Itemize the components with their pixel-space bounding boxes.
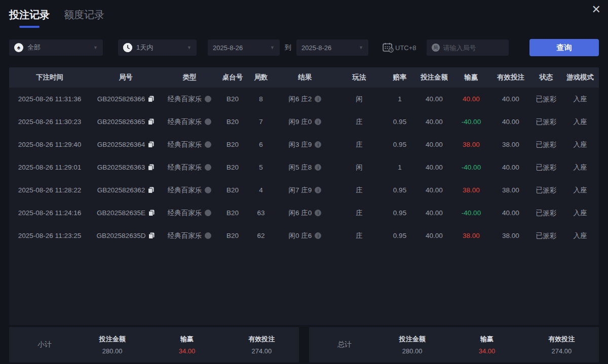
- cell-valid-bet: 38.00: [490, 141, 531, 148]
- cell-win-loss: 38.00: [452, 186, 490, 194]
- cell-odds: 1: [383, 95, 416, 103]
- query-button[interactable]: 查询: [529, 39, 599, 56]
- cell-game-mode: 入座: [561, 163, 599, 172]
- cell-bet-amount: 40.00: [416, 118, 452, 126]
- cell-status: 已派彩: [531, 163, 561, 172]
- tab-bet-records[interactable]: 投注记录: [9, 8, 50, 28]
- cell-status: 已派彩: [531, 231, 561, 240]
- copy-icon[interactable]: [148, 210, 155, 216]
- cell-game-type: 经典百家乐: [161, 186, 218, 195]
- chevron-down-icon: ▼: [359, 45, 363, 50]
- round-search-field[interactable]: 局: [427, 39, 509, 56]
- info-icon[interactable]: i: [315, 141, 321, 148]
- copy-icon[interactable]: [148, 187, 154, 193]
- cell-round-count: 5: [247, 164, 275, 171]
- copy-icon[interactable]: [148, 164, 154, 171]
- date-to-select[interactable]: 2025-8-26 ▼: [296, 39, 368, 56]
- table-header-row: 下注时间局号类型桌台号局数结果玩法赔率投注金额输赢有效投注状态游戏模式: [9, 67, 599, 88]
- cell-win-loss: 38.00: [452, 232, 490, 239]
- cell-play: 庄: [335, 209, 383, 218]
- cell-game-mode: 入座: [561, 140, 599, 149]
- subtotal-bet-amount: 投注金额 280.00: [75, 335, 149, 355]
- cell-result: 闲6 庄0i: [275, 209, 335, 218]
- cell-valid-bet: 40.00: [490, 164, 531, 171]
- col-header-8: 投注金额: [416, 73, 452, 82]
- time-range-dropdown[interactable]: 1天内 ▼: [118, 39, 197, 56]
- timezone-label: UTC+8: [395, 44, 416, 52]
- date-from-select[interactable]: 2025-8-26 ▼: [208, 39, 280, 56]
- active-tab-underline: [19, 26, 40, 28]
- col-header-1: 局号: [90, 73, 161, 82]
- game-type-badge-icon: [205, 118, 211, 125]
- cell-game-type: 经典百家乐: [161, 209, 218, 218]
- table-row: 2025-08-26 11:24:16GB202582635E经典百家乐B206…: [9, 201, 599, 224]
- cell-play: 庄: [335, 186, 383, 195]
- table-row: 2025-08-26 11:30:23GB2025826365经典百家乐B207…: [9, 110, 599, 133]
- cell-odds: 0.95: [383, 209, 416, 217]
- cell-table-no: B20: [218, 232, 247, 239]
- cell-table-no: B20: [218, 186, 247, 194]
- cell-odds: 1: [383, 164, 416, 171]
- cell-bet-time: 2025-08-26 11:31:36: [9, 95, 90, 103]
- cell-round-id: GB202582635D: [90, 232, 161, 239]
- clock-icon: [123, 43, 132, 52]
- col-header-4: 局数: [247, 73, 275, 82]
- table-row: 2025-08-26 11:31:36GB2025826366经典百家乐B208…: [9, 88, 599, 110]
- spade-icon: ♠: [14, 43, 23, 52]
- cell-round-id: GB2025826363: [90, 164, 161, 171]
- col-header-10: 有效投注: [490, 73, 531, 82]
- cell-bet-amount: 40.00: [416, 95, 452, 103]
- cell-result: 闲9 庄0i: [275, 117, 335, 127]
- cell-game-type: 经典百家乐: [161, 231, 218, 240]
- cell-status: 已派彩: [531, 140, 561, 149]
- game-type-dropdown[interactable]: ♠ 全部 ▼: [9, 39, 103, 56]
- cell-play: 闲: [335, 163, 383, 172]
- cell-game-mode: 入座: [561, 117, 599, 127]
- copy-icon[interactable]: [148, 118, 154, 125]
- tab-quota-records[interactable]: 额度记录: [64, 8, 104, 22]
- table-row: 2025-08-26 11:28:22GB2025826362经典百家乐B204…: [9, 179, 599, 201]
- col-header-6: 玩法: [335, 73, 383, 82]
- info-icon[interactable]: i: [315, 96, 321, 102]
- tab-bar: 投注记录 额度记录: [0, 0, 608, 28]
- info-icon[interactable]: i: [315, 187, 321, 193]
- cell-round-count: 63: [247, 209, 275, 217]
- cell-game-type: 经典百家乐: [161, 140, 218, 149]
- cell-bet-amount: 40.00: [416, 232, 452, 239]
- cell-odds: 0.95: [383, 141, 416, 148]
- summary-bar: 小计 投注金额 280.00 输赢 34.00 有效投注 274.00 总计 投…: [9, 327, 599, 362]
- info-icon[interactable]: i: [315, 210, 321, 216]
- copy-icon[interactable]: [148, 232, 155, 239]
- cell-valid-bet: 38.00: [490, 232, 531, 239]
- info-icon[interactable]: i: [315, 118, 321, 125]
- cell-table-no: B20: [218, 95, 247, 103]
- info-icon[interactable]: i: [315, 164, 321, 171]
- cell-bet-time: 2025-08-26 11:30:23: [9, 118, 90, 126]
- cell-valid-bet: 40.00: [490, 118, 531, 126]
- cell-table-no: B20: [218, 164, 247, 171]
- date-from-value: 2025-8-26: [213, 44, 243, 52]
- copy-icon[interactable]: [148, 96, 154, 102]
- game-type-badge-icon: [205, 210, 211, 216]
- cell-win-loss: 40.00: [452, 95, 490, 103]
- copy-icon[interactable]: [148, 141, 154, 148]
- round-search-input[interactable]: [443, 44, 504, 52]
- total-panel: 总计 投注金额 280.00 输赢 34.00 有效投注 274.00: [309, 327, 599, 362]
- cell-status: 已派彩: [531, 117, 561, 127]
- cell-round-id: GB2025826365: [90, 118, 161, 126]
- cell-result: 闲5 庄8i: [275, 163, 335, 172]
- cell-valid-bet: 40.00: [490, 209, 531, 217]
- cell-game-mode: 入座: [561, 95, 599, 104]
- total-bet-amount: 投注金额 280.00: [375, 335, 449, 355]
- cell-odds: 0.95: [383, 118, 416, 126]
- info-icon[interactable]: i: [315, 232, 321, 239]
- cell-bet-amount: 40.00: [416, 164, 452, 171]
- subtotal-valid-bet: 有效投注 274.00: [224, 335, 299, 355]
- cell-bet-time: 2025-08-26 11:23:25: [9, 232, 90, 239]
- cell-bet-time: 2025-08-26 11:29:40: [9, 141, 90, 148]
- tab-quota-records-label: 额度记录: [64, 8, 104, 22]
- close-icon[interactable]: ✕: [592, 4, 601, 15]
- total-valid-bet: 有效投注 274.00: [524, 335, 599, 355]
- game-type-badge-icon: [205, 164, 211, 171]
- col-header-7: 赔率: [383, 73, 416, 82]
